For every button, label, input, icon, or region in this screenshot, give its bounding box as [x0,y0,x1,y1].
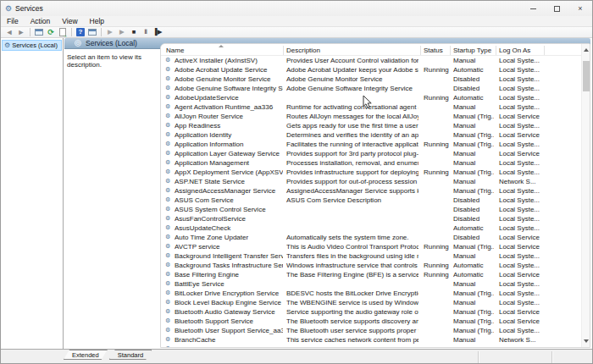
tab-standard[interactable]: Standard [109,350,152,360]
table-row[interactable]: ⚙Adobe Acrobat Update ServiceAdobe Acrob… [161,65,581,74]
menu-view[interactable]: View [56,17,83,25]
table-row[interactable]: ⚙Background Intelligent Transfer Service… [161,251,581,261]
table-row[interactable]: ⚙Block Level Backup Engine ServiceThe WB… [161,298,581,307]
table-row[interactable]: ⚙BranchCacheThis service caches network … [161,335,581,345]
table-row[interactable]: ⚙AsusFanControlServiceDisabledLocal Syst… [161,214,581,223]
column-divider[interactable] [420,46,421,55]
scrollbar-thumb[interactable] [583,61,590,91]
service-startup-type: Manual [453,336,494,344]
description-hint: Select an item to view its description. [67,53,158,69]
scroll-up-icon[interactable] [582,46,590,54]
column-header-status[interactable]: Status [424,47,443,54]
service-startup-type: Manual (Trig... [453,113,494,120]
view-tabs: ExtendedStandard [64,350,153,361]
menu-file[interactable]: File [1,17,25,25]
service-gear-icon: ⚙ [165,317,170,323]
column-divider[interactable] [283,46,284,55]
service-description: Provides support for 3rd party protocol … [286,150,418,157]
table-row[interactable]: ⚙ActiveX Installer (AxInstSV)Provides Us… [161,56,581,65]
service-name: ASP.NET State Service [175,178,283,185]
table-row[interactable]: ⚙AsusUpdateCheckAutomaticLocal Syste... [161,223,581,233]
table-row[interactable]: ⚙Application IdentityDetermines and veri… [161,130,581,140]
table-row[interactable]: ⚙Capability Access Manager ServiceProvid… [161,345,581,347]
table-row[interactable]: ⚙AppX Deployment Service (AppXSVC)Provid… [161,168,581,177]
table-row[interactable]: ⚙Bluetooth User Support Service_aa336The… [161,326,581,335]
table-row[interactable]: ⚙Application InformationFacilitates the … [161,140,581,149]
service-log-on-as: Local Syste... [499,141,543,148]
service-log-on-as: Local Syste... [499,159,543,167]
table-row[interactable]: ⚙BattlEye ServiceManualLocal Syste... [161,279,581,289]
service-log-on-as: Local Service [499,317,543,325]
column-divider[interactable] [496,46,496,55]
service-startup-type: Manual (Trig... [453,131,494,139]
table-row[interactable]: ⚙AVCTP serviceThis is Audio Video Contro… [161,242,581,251]
vertical-scrollbar[interactable] [581,44,590,347]
maximize-button[interactable] [545,1,568,16]
help-button-icon[interactable]: ? [75,28,86,37]
forward-button-icon[interactable]: ► [15,28,27,37]
table-row[interactable]: ⚙Background Tasks Infrastructure Service… [161,261,581,270]
service-description: Provides facilities for managing UWP app… [286,345,418,347]
table-row[interactable]: ⚙BitLocker Drive Encryption ServiceBDESV… [161,289,581,298]
minimize-button[interactable] [521,1,545,16]
service-log-on-as: Local Syste... [499,262,543,269]
service-status: Running [424,168,452,176]
refresh-button-icon[interactable]: ⟳ [45,28,57,37]
service-description: Provides infrastructure support for depl… [286,168,418,176]
tree-item-services-local[interactable]: ⚙ Services (Local) [2,40,62,51]
service-gear-icon: ⚙ [165,308,170,314]
table-row[interactable]: ⚙Base Filtering EngineThe Base Filtering… [161,270,581,279]
column-header-description[interactable]: Description [286,47,320,54]
resume-service-button-icon[interactable]: ▶ [116,28,128,37]
services-app-icon: ⚙ [5,5,12,13]
column-header-log-on-as[interactable]: Log On As [499,47,530,54]
tab-label: Standard [118,351,143,359]
column-header-name[interactable]: Name [166,47,184,54]
scroll-down-icon[interactable] [582,337,590,345]
table-row[interactable]: ⚙App ReadinessGets apps ready for use th… [161,121,581,130]
start-service-button-icon[interactable]: ▶ [104,28,116,37]
service-startup-type: Disabled [453,206,494,213]
service-startup-type: Manual [453,299,494,306]
table-row[interactable]: ⚙ASUS Com ServiceASUS Com Service Descri… [161,196,581,205]
table-row[interactable]: ⚙Auto Time Zone UpdaterAutomatically set… [161,233,581,242]
table-row[interactable]: ⚙Application Layer Gateway ServiceProvid… [161,149,581,158]
service-description: The Bluetooth service supports discovery… [286,317,418,325]
service-startup-type: Manual [453,252,494,260]
menu-action[interactable]: Action [25,17,57,25]
window-title: Services [15,4,43,13]
pause-service-button-icon[interactable]: Ⅱ [140,28,152,37]
table-row[interactable]: ⚙Adobe Genuine Monitor ServiceAdobe Genu… [161,74,581,84]
table-row[interactable]: ⚙AllJoyn Router ServiceRoutes AllJoyn me… [161,112,581,121]
column-header-startup-type[interactable]: Startup Type [453,47,491,54]
table-row[interactable]: ⚙Application ManagementProcesses install… [161,158,581,168]
service-name: Application Information [175,141,283,148]
service-log-on-as: Local Syste... [499,66,543,74]
bottom-bar: ExtendedStandard [1,349,592,364]
table-row[interactable]: ⚙Bluetooth Support ServiceThe Bluetooth … [161,317,581,326]
close-button[interactable]: × [568,1,592,16]
service-log-on-as: Local Syste... [499,280,543,288]
show-action-pane-button-icon[interactable] [86,28,98,37]
table-row[interactable]: ⚙ASUS System Control ServiceDisabledLoca… [161,205,581,214]
sep2 [71,28,72,36]
table-row[interactable]: ⚙Bluetooth Audio Gateway ServiceService … [161,307,581,317]
service-log-on-as: Local Syste... [499,75,543,83]
stop-service-button-icon[interactable]: ■ [128,28,140,37]
service-gear-icon: ⚙ [165,159,170,165]
menu-help[interactable]: Help [84,17,110,25]
export-list-button-icon[interactable] [57,28,69,37]
service-log-on-as: Local Service [499,234,543,241]
table-row[interactable]: ⚙AssignedAccessManager ServiceAssignedAc… [161,186,581,196]
service-name: Application Management [175,159,283,167]
restart-service-button-icon[interactable]: ▐▶ [152,28,163,37]
table-row[interactable]: ⚙ASP.NET State ServiceProvides support f… [161,177,581,186]
show-console-tree-button-icon[interactable] [33,28,45,37]
column-divider[interactable] [544,46,545,55]
tab-extended[interactable]: Extended [64,350,108,360]
table-row[interactable]: ⚙Adobe Genuine Software Integrity Servic… [161,84,581,93]
menu-bar: FileActionViewHelp [1,16,592,27]
column-divider[interactable] [450,46,451,55]
service-startup-type: Automatic [453,224,494,232]
back-button-icon[interactable]: ◄ [3,28,15,37]
